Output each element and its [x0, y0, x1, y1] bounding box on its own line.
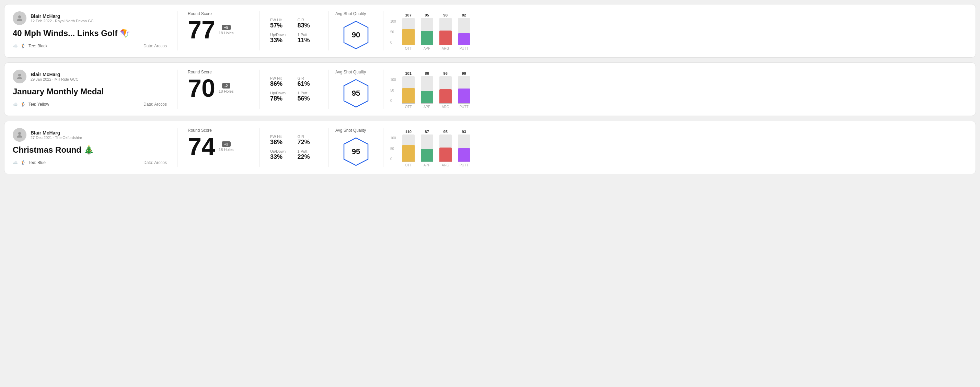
gir-label: GIR [298, 18, 318, 22]
user-info: Blair McHarg 12 Feb 2022 · Royal North D… [30, 13, 93, 23]
oneputt-stat: 1 Putt 22% [298, 149, 318, 160]
round-score-label: Round Score [188, 70, 249, 75]
bar-group: 99 PUTT [458, 71, 470, 109]
fw-hit-value: 86% [270, 80, 291, 87]
user-name: Blair McHarg [30, 72, 78, 77]
gir-value: 83% [298, 22, 318, 29]
chart-section: 100500 101 OTT 86 APP 96 [383, 70, 967, 109]
updown-stat: Up/Down 33% [270, 149, 291, 160]
weather-icon: ☁️ [13, 102, 18, 107]
data-source-label: Data: Arccos [143, 102, 167, 107]
updown-label: Up/Down [270, 33, 291, 37]
bar-group: 82 PUTT [458, 13, 470, 51]
bar-group: 101 OTT [402, 71, 415, 109]
score-section: Round Score 77 +5 18 Holes [177, 11, 260, 51]
fw-hit-value: 36% [270, 139, 291, 146]
big-score: 74 [188, 134, 215, 159]
fw-hit-stat: FW Hit 86% [270, 76, 291, 87]
round-title: Christmas Round 🎄 [13, 145, 167, 155]
quality-label: Avg Shot Quality [336, 128, 366, 133]
gir-value: 61% [298, 80, 318, 87]
tee-info: ☁️ 🏌️ Tee: Blue [13, 160, 46, 165]
bar-group: 93 PUTT [458, 130, 470, 167]
svg-point-0 [18, 16, 21, 18]
round-info-section: Blair McHarg 27 Dec 2021 · The Oxfordshi… [13, 128, 177, 167]
fw-hit-label: FW Hit [270, 18, 291, 22]
holes-label: 18 Holes [219, 31, 234, 35]
updown-value: 78% [270, 95, 291, 102]
user-name: Blair McHarg [30, 13, 93, 19]
score-row: 70 -2 18 Holes [188, 76, 249, 100]
tee-info: ☁️ 🏌️ Tee: Yellow [13, 102, 49, 107]
score-badge-value: -2 [222, 83, 230, 89]
svg-text:95: 95 [352, 147, 360, 156]
score-section: Round Score 74 +2 18 Holes [177, 128, 260, 167]
quality-section: Avg Shot Quality 95 [328, 128, 383, 167]
big-score: 70 [188, 76, 215, 100]
tee-label: Tee: Black [29, 44, 48, 48]
bar-group: 95 ARG [439, 130, 452, 167]
quality-label: Avg Shot Quality [336, 11, 366, 16]
gir-label: GIR [298, 76, 318, 80]
bar-group: 86 APP [421, 71, 433, 109]
round-score-label: Round Score [188, 128, 249, 133]
fw-hit-value: 57% [270, 22, 291, 29]
gir-stat: GIR 83% [298, 18, 318, 29]
score-badge-value: +5 [222, 25, 231, 30]
updown-value: 33% [270, 37, 291, 44]
bag-icon: 🏌️ [21, 160, 26, 165]
tee-label: Tee: Blue [29, 160, 46, 165]
data-source-label: Data: Arccos [143, 44, 167, 48]
gir-stat: GIR 72% [298, 135, 318, 146]
date-course: 29 Jan 2022 · Mill Ride GCC [30, 77, 78, 81]
avatar [13, 70, 26, 83]
avatar [13, 11, 26, 25]
oneputt-value: 22% [298, 153, 318, 160]
bar-group: 110 OTT [402, 130, 415, 167]
updown-label: Up/Down [270, 91, 291, 95]
bar-group: 87 APP [421, 130, 433, 167]
score-section: Round Score 70 -2 18 Holes [177, 70, 260, 109]
user-row: Blair McHarg 12 Feb 2022 · Royal North D… [13, 11, 167, 25]
round-score-label: Round Score [188, 11, 249, 16]
round-card-3: Blair McHarg 27 Dec 2021 · The Oxfordshi… [4, 121, 976, 174]
gir-label: GIR [298, 135, 318, 139]
data-source-label: Data: Arccos [143, 160, 167, 165]
score-badge: +5 18 Holes [219, 25, 234, 35]
round-title: 40 Mph Winds... Links Golf 🪁 [13, 29, 167, 38]
bar-group: 96 ARG [439, 71, 452, 109]
chart-section: 100500 110 OTT 87 APP 95 [383, 128, 967, 167]
weather-icon: ☁️ [13, 44, 18, 48]
quality-section: Avg Shot Quality 90 [328, 11, 383, 51]
score-badge: -2 18 Holes [219, 83, 234, 93]
bar-group: 98 ARG [439, 13, 452, 51]
oneputt-value: 56% [298, 95, 318, 102]
weather-icon: ☁️ [13, 160, 18, 165]
oneputt-label: 1 Putt [298, 33, 318, 37]
quality-hexagon: 90 [340, 19, 371, 51]
bar-group: 95 APP [421, 13, 433, 51]
user-info: Blair McHarg 29 Jan 2022 · Mill Ride GCC [30, 72, 78, 81]
quality-hexagon: 95 [340, 78, 371, 109]
updown-stat: Up/Down 33% [270, 33, 291, 44]
date-course: 12 Feb 2022 · Royal North Devon GC [30, 19, 93, 23]
user-row: Blair McHarg 27 Dec 2021 · The Oxfordshi… [13, 128, 167, 142]
bag-icon: 🏌️ [21, 44, 26, 48]
gir-value: 72% [298, 139, 318, 146]
oneputt-stat: 1 Putt 56% [298, 91, 318, 102]
bar-group: 107 OTT [402, 13, 415, 51]
tee-info: ☁️ 🏌️ Tee: Black [13, 44, 48, 48]
user-name: Blair McHarg [30, 130, 82, 135]
oneputt-stat: 1 Putt 11% [298, 33, 318, 44]
updown-stat: Up/Down 78% [270, 91, 291, 102]
round-info-section: Blair McHarg 12 Feb 2022 · Royal North D… [13, 11, 177, 51]
user-row: Blair McHarg 29 Jan 2022 · Mill Ride GCC [13, 70, 167, 83]
date-course: 27 Dec 2021 · The Oxfordshire [30, 135, 82, 140]
oneputt-value: 11% [298, 37, 318, 44]
quality-label: Avg Shot Quality [336, 70, 366, 75]
tee-label: Tee: Yellow [29, 102, 49, 107]
stats-section: FW Hit 57% GIR 83% Up/Down 33% 1 Putt 11… [260, 11, 328, 51]
fw-hit-label: FW Hit [270, 135, 291, 139]
fw-hit-stat: FW Hit 57% [270, 18, 291, 29]
round-card-1: Blair McHarg 12 Feb 2022 · Royal North D… [4, 4, 976, 58]
